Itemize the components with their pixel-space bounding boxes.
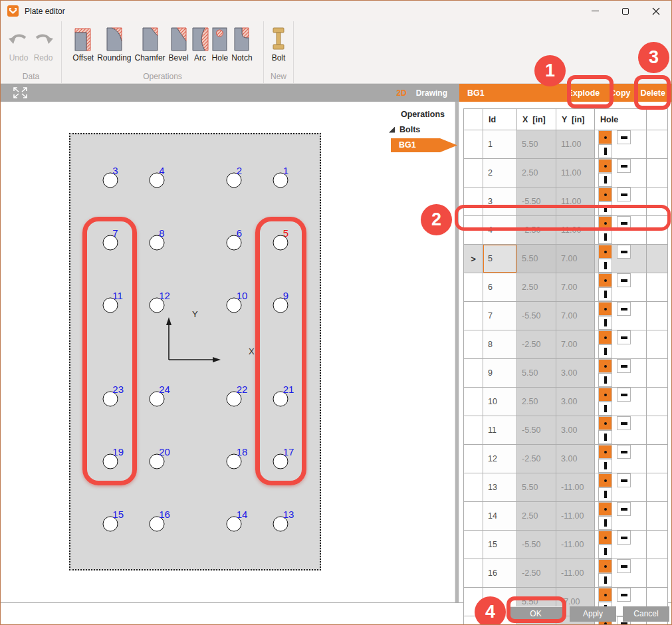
hole-slot-vertical-button[interactable] bbox=[598, 173, 612, 187]
cancel-button[interactable]: Cancel bbox=[623, 606, 669, 622]
table-row[interactable]: 12 -2.50 3.00 bbox=[464, 445, 668, 473]
row-select-cell[interactable] bbox=[464, 188, 483, 216]
row-y-cell[interactable]: 11.00 bbox=[556, 188, 595, 216]
row-id-cell[interactable]: 3 bbox=[483, 188, 517, 216]
row-id-cell[interactable]: 6 bbox=[483, 273, 517, 302]
hole-circular-button[interactable] bbox=[598, 188, 612, 201]
row-y-cell[interactable]: 3.00 bbox=[556, 445, 595, 473]
tree-item-bg1-selected[interactable]: BG1 bbox=[391, 138, 457, 152]
row-x-cell[interactable]: -2.50 bbox=[517, 559, 556, 588]
hole-slot-horizontal-button[interactable] bbox=[617, 216, 631, 230]
row-id-cell[interactable]: 8 bbox=[483, 330, 517, 359]
bolt-hole[interactable]: 10 bbox=[227, 297, 242, 312]
row-y-cell[interactable]: 3.00 bbox=[556, 416, 595, 445]
hole-circular-button[interactable] bbox=[598, 359, 612, 373]
row-select-cell[interactable] bbox=[464, 130, 483, 159]
hole-slot-vertical-button[interactable] bbox=[598, 344, 612, 358]
row-id-cell[interactable]: 2 bbox=[483, 159, 517, 188]
bolt-hole[interactable]: 23 bbox=[102, 391, 118, 406]
minimize-button[interactable] bbox=[580, 1, 610, 21]
hole-circular-button[interactable] bbox=[598, 531, 612, 545]
table-row[interactable]: 15 -5.50 -11.00 bbox=[464, 531, 668, 559]
hole-slot-horizontal-button[interactable] bbox=[617, 273, 631, 287]
table-row[interactable]: 8 -2.50 7.00 bbox=[464, 330, 668, 359]
hole-circular-button[interactable] bbox=[598, 502, 612, 516]
row-y-cell[interactable]: -11.00 bbox=[556, 531, 595, 559]
drawing-canvas[interactable]: 123456789101112131415161718192021222324 … bbox=[1, 102, 455, 602]
bolt-hole[interactable]: 22 bbox=[227, 391, 242, 406]
row-x-cell[interactable]: 5.50 bbox=[517, 245, 556, 273]
hole-circular-button[interactable] bbox=[598, 416, 612, 430]
hole-slot-vertical-button[interactable] bbox=[598, 402, 612, 416]
hole-slot-horizontal-button[interactable] bbox=[617, 359, 631, 373]
bolt-hole[interactable]: 8 bbox=[149, 235, 164, 250]
hole-slot-horizontal-button[interactable] bbox=[617, 559, 631, 573]
rounding-button[interactable]: Rounding bbox=[96, 25, 132, 63]
table-row[interactable]: 4 -2.50 11.00 bbox=[464, 216, 668, 245]
row-select-cell[interactable] bbox=[464, 388, 483, 416]
row-select-cell[interactable] bbox=[464, 245, 483, 273]
row-id-cell[interactable]: 14 bbox=[483, 502, 517, 531]
row-x-cell[interactable]: 2.50 bbox=[517, 273, 556, 302]
hole-slot-vertical-button[interactable] bbox=[598, 373, 612, 387]
row-select-cell[interactable] bbox=[464, 531, 483, 559]
table-row[interactable]: 1 5.50 11.00 bbox=[464, 130, 668, 159]
bolt-button[interactable]: Bolt bbox=[270, 25, 287, 63]
table-row[interactable]: 9 5.50 3.00 bbox=[464, 359, 668, 388]
hole-button[interactable]: Hole bbox=[211, 25, 230, 63]
hole-slot-vertical-button[interactable] bbox=[598, 459, 612, 473]
row-x-cell[interactable]: -5.50 bbox=[517, 531, 556, 559]
bolt-hole[interactable]: 24 bbox=[149, 391, 164, 406]
bolt-hole[interactable]: 21 bbox=[273, 391, 288, 406]
maximize-button[interactable] bbox=[610, 1, 641, 21]
table-row[interactable]: 3 -5.50 11.00 bbox=[464, 188, 668, 216]
hole-slot-horizontal-button[interactable] bbox=[617, 159, 631, 173]
hole-slot-horizontal-button[interactable] bbox=[617, 531, 631, 545]
hole-circular-button[interactable] bbox=[598, 273, 612, 287]
hole-circular-button[interactable] bbox=[598, 588, 612, 602]
row-x-cell[interactable]: 5.50 bbox=[517, 359, 556, 388]
row-id-cell[interactable]: 1 bbox=[483, 130, 517, 159]
fit-view-button[interactable] bbox=[11, 86, 29, 99]
delete-button[interactable]: Delete bbox=[640, 88, 665, 98]
hole-circular-button[interactable] bbox=[598, 245, 612, 259]
hole-slot-vertical-button[interactable] bbox=[598, 516, 612, 530]
ok-button[interactable]: OK bbox=[508, 606, 563, 622]
hole-slot-horizontal-button[interactable] bbox=[617, 473, 631, 487]
row-y-cell[interactable]: -11.00 bbox=[556, 559, 595, 588]
row-y-cell[interactable]: 7.00 bbox=[556, 245, 595, 273]
arc-button[interactable]: Arc bbox=[191, 25, 210, 63]
offset-button[interactable]: Offset bbox=[71, 25, 95, 63]
close-button[interactable] bbox=[641, 1, 671, 21]
row-y-cell[interactable]: 3.00 bbox=[556, 388, 595, 416]
tree-item-operations[interactable]: Operations bbox=[401, 110, 459, 119]
hole-slot-vertical-button[interactable] bbox=[598, 316, 612, 330]
tab-drawing[interactable]: Drawing bbox=[416, 88, 447, 98]
bolt-hole[interactable]: 5 bbox=[273, 235, 288, 250]
hole-slot-vertical-button[interactable] bbox=[598, 487, 612, 501]
row-select-cell[interactable] bbox=[464, 473, 483, 502]
bolt-hole[interactable]: 6 bbox=[227, 235, 242, 250]
row-id-cell[interactable]: 12 bbox=[483, 445, 517, 473]
bolt-hole[interactable]: 12 bbox=[149, 297, 164, 312]
bolt-hole[interactable]: 3 bbox=[102, 172, 118, 188]
row-y-cell[interactable]: 7.00 bbox=[556, 330, 595, 359]
hole-circular-button[interactable] bbox=[598, 445, 612, 459]
bolt-hole[interactable]: 7 bbox=[102, 235, 118, 250]
row-id-cell[interactable]: 10 bbox=[483, 388, 517, 416]
hole-slot-horizontal-button[interactable] bbox=[617, 388, 631, 402]
tree-expander-icon[interactable] bbox=[389, 127, 395, 133]
row-select-cell[interactable] bbox=[464, 273, 483, 302]
hole-slot-vertical-button[interactable] bbox=[598, 545, 612, 559]
hole-slot-vertical-button[interactable] bbox=[598, 259, 612, 273]
bolt-hole[interactable]: 17 bbox=[273, 453, 288, 469]
row-id-cell[interactable]: 11 bbox=[483, 416, 517, 445]
apply-button[interactable]: Apply bbox=[570, 606, 616, 622]
row-select-cell[interactable] bbox=[464, 302, 483, 330]
chamfer-button[interactable]: Chamfer bbox=[134, 25, 167, 63]
row-id-cell[interactable]: 16 bbox=[483, 559, 517, 588]
bolt-hole[interactable]: 15 bbox=[102, 516, 118, 531]
hole-slot-horizontal-button[interactable] bbox=[617, 302, 631, 316]
row-id-cell[interactable]: 5 bbox=[483, 245, 517, 273]
row-select-cell[interactable] bbox=[464, 416, 483, 445]
